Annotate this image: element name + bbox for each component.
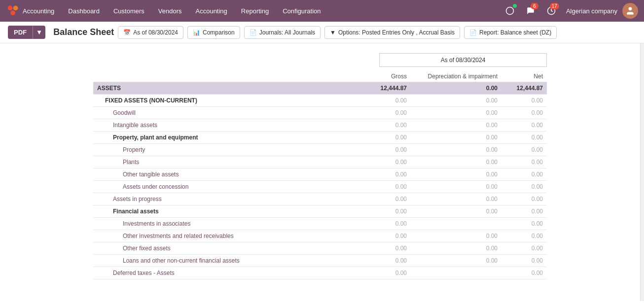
comparison-button[interactable]: 📊 Comparison	[187, 26, 240, 39]
row-gross: 12,444.87	[343, 82, 411, 95]
row-net: 0.00	[501, 144, 547, 156]
row-gross: 0.00	[343, 205, 411, 218]
row-label[interactable]: Plants	[93, 156, 343, 169]
row-net: 0.00	[501, 119, 547, 132]
report-content: As of 08/30/2024 Gross Depreciation & im…	[0, 43, 640, 301]
notifications-button[interactable]: 17	[543, 3, 559, 19]
row-net: 0.00	[501, 193, 547, 205]
row-net: 0.00	[501, 255, 547, 267]
row-label[interactable]: Investments in associates	[93, 218, 343, 230]
nav-dashboard[interactable]: Dashboard	[62, 4, 106, 18]
svg-point-3	[506, 7, 513, 15]
table-row: Assets under concession0.000.000.00	[93, 181, 547, 193]
row-gross: 0.00	[343, 181, 411, 193]
row-gross: 0.00	[343, 144, 411, 156]
nav-customers[interactable]: Customers	[107, 4, 150, 18]
table-row: Other fixed assets0.000.000.00	[93, 242, 547, 255]
row-gross: 0.00	[343, 119, 411, 132]
row-label[interactable]: Goodwill	[93, 107, 343, 119]
company-name[interactable]: Algerian company	[566, 7, 617, 15]
row-dep: 0.00	[411, 193, 501, 205]
row-dep: 0.00	[411, 181, 501, 193]
table-row: Plants0.000.000.00	[93, 156, 547, 169]
pdf-dropdown-button[interactable]: ▼	[33, 26, 45, 39]
scrollbar[interactable]	[640, 43, 644, 301]
row-label[interactable]: Other investments and related receivable…	[93, 230, 343, 242]
row-net: 0.00	[501, 132, 547, 144]
row-label[interactable]: Deferred taxes - Assets	[93, 267, 343, 279]
table-row: Financial assets0.000.000.00	[93, 205, 547, 218]
status-indicator[interactable]	[502, 3, 518, 19]
pdf-button[interactable]: PDF	[8, 26, 33, 39]
options-button[interactable]: ▼ Options: Posted Entries Only , Accrual…	[324, 26, 460, 39]
table-row: Loans and other non-current financial as…	[93, 255, 547, 267]
row-dep	[411, 267, 501, 279]
row-label: Financial assets	[93, 205, 343, 218]
row-dep: 0.00	[411, 255, 501, 267]
table-row: Investments in associates0.000.00	[93, 218, 547, 230]
online-status-icon	[513, 4, 517, 8]
row-label[interactable]: Property	[93, 144, 343, 156]
table-row: Assets in progress0.000.000.00	[93, 193, 547, 205]
user-avatar[interactable]	[622, 3, 638, 19]
page-title: Balance Sheet	[53, 27, 114, 37]
date-filter-button[interactable]: 📅 As of 08/30/2024	[118, 26, 183, 39]
notifications-badge: 17	[550, 3, 559, 9]
row-net: 0.00	[501, 205, 547, 218]
row-dep: 0.00	[411, 82, 501, 95]
row-net: 0.00	[501, 156, 547, 169]
row-gross: 0.00	[343, 107, 411, 119]
row-label[interactable]: Other tangible assets	[93, 169, 343, 181]
row-label[interactable]: Loans and other non-current financial as…	[93, 255, 343, 267]
report-type-button[interactable]: 📄 Report: Balance sheet (DZ)	[464, 26, 557, 39]
table-row: FIXED ASSETS (NON-CURRENT)0.000.000.00	[93, 95, 547, 107]
table-row: Other investments and related receivable…	[93, 230, 547, 242]
svg-point-5	[629, 7, 632, 11]
row-dep: 0.00	[411, 144, 501, 156]
messages-button[interactable]: 6	[523, 3, 538, 19]
row-net: 0.00	[501, 267, 547, 279]
report-icon: 📄	[469, 29, 477, 36]
nav-accounting[interactable]: Accounting	[190, 4, 233, 18]
table-row: ASSETS12,444.870.0012,444.87	[93, 82, 547, 95]
main-content: As of 08/30/2024 Gross Depreciation & im…	[0, 43, 644, 301]
table-row: Goodwill0.000.000.00	[93, 107, 547, 119]
row-net: 0.00	[501, 230, 547, 242]
nav-vendors[interactable]: Vendors	[152, 4, 188, 18]
row-dep: 0.00	[411, 119, 501, 132]
table-row: Property0.000.000.00	[93, 144, 547, 156]
svg-point-0	[8, 6, 13, 11]
row-dep: 0.00	[411, 107, 501, 119]
col-depreciation: Depreciation & impairment	[411, 71, 501, 82]
nav-icons: 6 17 Algerian company	[502, 3, 638, 19]
row-label[interactable]: Assets under concession	[93, 181, 343, 193]
row-label[interactable]: Intangible assets	[93, 119, 343, 132]
comparison-label: Comparison	[203, 29, 235, 36]
row-gross: 0.00	[343, 132, 411, 144]
report-header: As of 08/30/2024	[93, 53, 547, 67]
brand-name: Accounting	[23, 7, 54, 15]
options-label: Options: Posted Entries Only , Accrual B…	[338, 29, 455, 36]
row-net: 0.00	[501, 169, 547, 181]
odoo-logo-icon	[6, 4, 20, 18]
row-label[interactable]: Other fixed assets	[93, 242, 343, 255]
row-net: 0.00	[501, 181, 547, 193]
table-row: Other tangible assets0.000.000.00	[93, 169, 547, 181]
journal-icon: 📄	[250, 29, 257, 36]
date-header: As of 08/30/2024	[379, 53, 547, 67]
row-dep: 0.00	[411, 169, 501, 181]
row-net: 12,444.87	[501, 82, 547, 95]
nav-configuration[interactable]: Configuration	[277, 4, 326, 18]
table-row: Intangible assets0.000.000.00	[93, 119, 547, 132]
brand[interactable]: Accounting	[6, 4, 54, 18]
row-dep: 0.00	[411, 156, 501, 169]
calendar-icon: 📅	[123, 29, 131, 36]
row-label: ASSETS	[93, 82, 343, 95]
pdf-group: PDF ▼	[8, 26, 45, 39]
row-dep	[411, 218, 501, 230]
row-net: 0.00	[501, 95, 547, 107]
row-label[interactable]: Assets in progress	[93, 193, 343, 205]
journals-button[interactable]: 📄 Journals: All Journals	[244, 26, 321, 39]
nav-reporting[interactable]: Reporting	[235, 4, 275, 18]
row-gross: 0.00	[343, 95, 411, 107]
